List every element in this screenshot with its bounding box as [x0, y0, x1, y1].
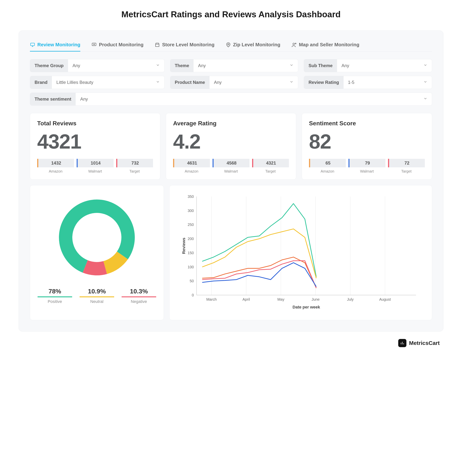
kpi-total-reviews: Total Reviews 4321 1432 Amazon 1014 Walm… [30, 113, 160, 180]
donut-chart [52, 193, 142, 282]
tab-bar: Review Monitoring Product Monitoring Sto… [30, 40, 432, 52]
tab-zip-level-monitoring[interactable]: Zip Level Monitoring [226, 40, 280, 51]
breakdown-value: 4631 [174, 159, 210, 167]
donut-chart-card: 78% Positive10.9% Neutral10.3% Negative [30, 185, 164, 320]
svg-point-3 [227, 44, 229, 45]
filter-value[interactable]: Any [76, 93, 432, 105]
kpi-value: 82 [309, 131, 425, 152]
footer-brand: MetricsCart [19, 339, 443, 347]
filter-product-name[interactable]: Product Name Any [170, 76, 298, 89]
chevron-down-icon [423, 80, 428, 85]
filter-value[interactable]: 1-5 [344, 76, 432, 89]
chevron-down-icon [289, 80, 294, 85]
metricscart-logo-icon [398, 339, 406, 347]
filter-review-rating[interactable]: Review Rating 1-5 [304, 76, 432, 89]
kpi-average-rating: Average Rating 4.2 4631 Amazon 4568 Walm… [166, 113, 296, 180]
x-tick-label: March [206, 297, 217, 301]
filter-value[interactable]: Any [193, 59, 298, 72]
filter-value-text: Any [80, 96, 88, 102]
filter-sub-theme[interactable]: Sub Theme Any [304, 59, 432, 72]
charts-row: 78% Positive10.9% Neutral10.3% Negative … [30, 185, 432, 320]
x-tick-label: June [311, 297, 319, 301]
filter-label: Sub Theme [304, 59, 337, 72]
line-series-s3 [202, 257, 316, 288]
filter-value-text: Any [342, 63, 349, 68]
kpi-title: Sentiment Score [309, 120, 425, 127]
breakdown-label: Walmart [348, 169, 385, 173]
x-tick-label: May [277, 297, 285, 301]
legend-value: 10.9% [80, 288, 114, 297]
dashboard-panel: Review Monitoring Product Monitoring Sto… [19, 31, 443, 332]
x-tick-label: August [379, 297, 391, 301]
filter-theme-sentiment[interactable]: Theme sentiment Any [30, 93, 432, 106]
kpi-breakdown-item: 732 Target [116, 159, 153, 173]
y-tick-label: 0 [192, 293, 194, 297]
y-tick-label: 250 [188, 222, 194, 227]
kpi-value: 4321 [37, 131, 153, 152]
svg-rect-0 [31, 43, 34, 46]
kpi-breakdown-item: 4631 Amazon [173, 159, 210, 173]
chevron-down-icon [156, 63, 160, 68]
y-tick-label: 150 [188, 251, 194, 255]
chevron-down-icon [289, 63, 294, 68]
chevron-down-icon [423, 96, 428, 102]
breakdown-label: Amazon [37, 169, 74, 173]
breakdown-label: Target [252, 169, 289, 173]
x-tick-label: April [243, 297, 250, 301]
map-seller-icon [292, 42, 297, 47]
zip-monitoring-icon [226, 42, 231, 47]
filter-label: Theme Group [30, 59, 68, 72]
y-axis-label: Reviews [181, 238, 186, 254]
product-monitoring-icon [92, 42, 97, 47]
legend-value: 10.3% [122, 288, 156, 297]
line-chart: 050100150200250300350MarchAprilMayJuneJu… [177, 193, 424, 312]
legend-value: 78% [38, 288, 72, 297]
breakdown-label: Amazon [173, 169, 210, 173]
filter-label: Brand [30, 76, 52, 89]
kpi-breakdown-item: 79 Walmart [348, 159, 385, 173]
legend-label: Neutral [80, 299, 114, 304]
tab-label: Zip Level Monitoring [233, 42, 280, 48]
line-series-s5 [202, 263, 316, 287]
filter-value-text: Any [214, 80, 222, 85]
filter-theme[interactable]: Theme Any [170, 59, 298, 72]
breakdown-label: Walmart [77, 169, 113, 173]
filter-theme-group[interactable]: Theme Group Any [30, 59, 165, 72]
filter-value[interactable]: Any [337, 59, 432, 72]
filter-label: Theme sentiment [30, 93, 76, 105]
filter-value[interactable]: Any [68, 59, 164, 72]
y-tick-label: 200 [188, 237, 194, 241]
kpi-breakdown-item: 4321 Target [252, 159, 289, 173]
breakdown-value: 79 [350, 159, 385, 167]
x-axis-label: Date per week [293, 305, 320, 309]
line-chart-card: 050100150200250300350MarchAprilMayJuneJu… [169, 185, 432, 320]
svg-point-5 [295, 43, 296, 44]
donut-legend-item-neutral: 10.9% Neutral [80, 288, 114, 304]
svg-point-4 [293, 43, 294, 45]
filter-brand[interactable]: Brand Little Lillies Beauty [30, 76, 165, 89]
donut-legend-item-negative: 10.3% Negative [122, 288, 156, 304]
legend-label: Negative [122, 299, 156, 304]
chevron-down-icon [423, 63, 428, 68]
y-tick-label: 350 [188, 195, 194, 199]
kpi-breakdown: 65 Amazon 79 Walmart 72 Target [309, 159, 425, 173]
filter-value-text: 1-5 [348, 80, 354, 85]
breakdown-value: 1014 [78, 159, 113, 167]
tab-map-seller-monitoring[interactable]: Map and Seller Monitoring [292, 40, 359, 51]
tab-review-monitoring[interactable]: Review Monitoring [30, 40, 80, 51]
breakdown-value: 1432 [38, 159, 74, 167]
breakdown-label: Target [388, 169, 425, 173]
filter-value[interactable]: Any [210, 76, 298, 89]
line-series-s4 [202, 261, 316, 288]
filter-label: Product Name [170, 76, 210, 89]
filter-value[interactable]: Little Lillies Beauty [52, 76, 164, 89]
store-monitoring-icon [155, 42, 160, 47]
tab-label: Review Monitoring [37, 42, 80, 48]
kpi-breakdown: 1432 Amazon 1014 Walmart 732 Target [37, 159, 153, 173]
tab-store-level-monitoring[interactable]: Store Level Monitoring [155, 40, 215, 51]
filter-value-text: Any [198, 63, 206, 68]
kpi-row: Total Reviews 4321 1432 Amazon 1014 Walm… [30, 113, 432, 180]
breakdown-label: Target [116, 169, 153, 173]
tab-product-monitoring[interactable]: Product Monitoring [92, 40, 143, 51]
x-tick-label: July [347, 297, 354, 301]
